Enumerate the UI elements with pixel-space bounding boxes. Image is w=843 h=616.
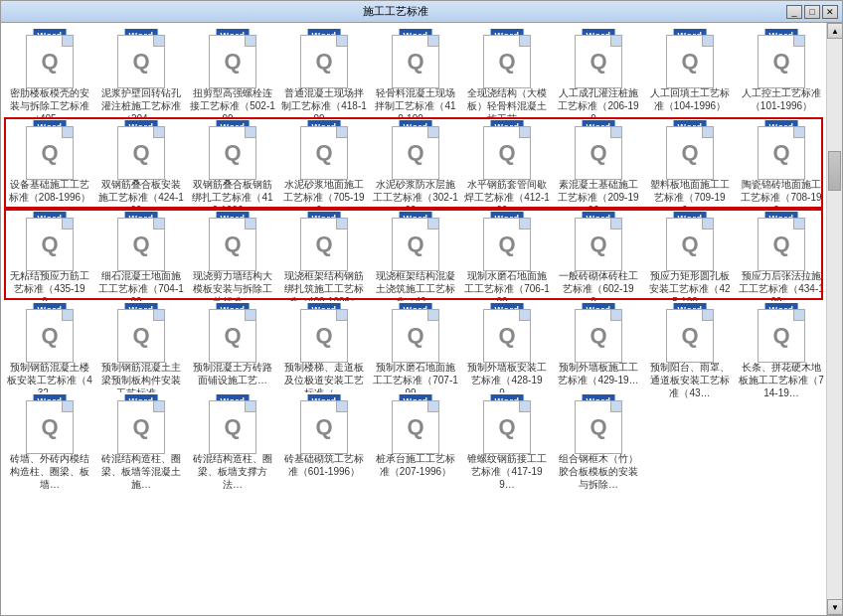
q-icon: Q xyxy=(681,325,698,347)
file-icon-wrap: Word Q xyxy=(475,120,539,176)
scrollbar-thumb[interactable] xyxy=(828,151,841,191)
file-doc-icon: Q xyxy=(26,400,74,454)
scrollbar-track[interactable] xyxy=(827,39,842,599)
file-doc-icon: Q xyxy=(666,218,714,271)
file-doc-icon: Q xyxy=(666,126,714,180)
file-item-0-2[interactable]: Word Q 扭剪型高强螺栓连接工艺标准（502-199… xyxy=(188,27,277,116)
file-doc-icon: Q xyxy=(392,400,439,454)
file-icon-wrap: Word Q xyxy=(292,29,356,84)
close-button[interactable]: ✕ xyxy=(822,5,838,19)
file-icon-wrap: Word Q xyxy=(750,120,813,176)
minimize-button[interactable]: _ xyxy=(786,5,802,19)
q-icon: Q xyxy=(132,233,149,255)
file-item-4-3[interactable]: Word Q 砖基础砌筑工艺标准（601-1996） xyxy=(279,392,369,482)
file-icon-wrap: Word Q xyxy=(109,303,173,359)
file-item-3-0[interactable]: Word Q 预制钢筋混凝土楼板安装工艺标准（432-… xyxy=(5,301,94,390)
file-item-4-4[interactable]: Word Q 桩承台施工工艺标准（207-1996） xyxy=(371,392,460,482)
file-doc-icon: Q xyxy=(758,126,805,180)
file-doc-icon: Q xyxy=(575,400,622,454)
q-icon: Q xyxy=(41,416,58,438)
file-doc-icon: Q xyxy=(575,218,622,271)
file-name: 长条、拼花硬木地板施工工艺标准（714-19… xyxy=(739,361,824,399)
file-item-0-5[interactable]: Word Q 全现浇结构（大模板）轻骨料混凝土施工艺… xyxy=(462,27,552,116)
q-icon: Q xyxy=(315,142,332,164)
file-item-1-6[interactable]: Word Q 素混凝土基础施工工艺标准（209-1996） xyxy=(554,118,643,208)
file-icon-wrap: Word Q xyxy=(384,29,447,84)
file-doc-icon: Q xyxy=(483,309,531,363)
file-doc-icon: Q xyxy=(483,218,531,271)
file-item-2-0[interactable]: Word Q 无粘结预应力筋工艺标准（435-199… xyxy=(5,210,94,299)
file-name: 组合钢框木（竹）胶合板模板的安装与拆除… xyxy=(556,452,641,491)
file-item-3-5[interactable]: Word Q 预制外墙板安装工艺标准（428-199… xyxy=(462,301,552,390)
file-doc-icon: Q xyxy=(483,126,531,180)
file-icon-wrap: Word Q xyxy=(201,394,264,450)
file-item-2-1[interactable]: Word Q 细石混凝土地面施工工艺标准（704-199… xyxy=(96,210,186,299)
file-doc-icon: Q xyxy=(117,35,165,88)
file-item-2-2[interactable]: Word Q 现浇剪力墙结构大模板安装与拆除工艺标准… xyxy=(188,210,277,299)
scroll-up-button[interactable]: ▲ xyxy=(827,23,842,39)
q-icon: Q xyxy=(315,233,332,255)
file-item-4-2[interactable]: Word Q 砖混结构造柱、圈梁、板墙支撑方法… xyxy=(188,392,277,482)
q-icon: Q xyxy=(681,51,698,73)
file-item-0-0[interactable]: Word Q 密肋楼板模壳的安装与拆除工艺标准（405-… xyxy=(5,27,94,116)
scrollbar: ▲ ▼ xyxy=(826,23,842,615)
file-item-1-7[interactable]: Word Q 塑料板地面施工工艺标准（709-199… xyxy=(645,118,735,208)
file-item-0-1[interactable]: Word Q 泥浆护壁回转钻孔灌注桩施工艺标准（204-… xyxy=(96,27,186,116)
file-icon-wrap: Word Q xyxy=(475,29,539,84)
file-doc-icon: Q xyxy=(392,35,439,88)
file-item-4-0[interactable]: Word Q 砖墙、外砖内模结构造柱、圈梁、板墙… xyxy=(5,392,94,482)
file-item-2-6[interactable]: Word Q 一般砖砌体砖柱工艺标准（602-199… xyxy=(554,210,643,299)
file-item-1-0[interactable]: Word Q 设备基础施工工艺标准（208-1996） xyxy=(5,118,94,208)
file-icon-wrap: Word Q xyxy=(18,29,82,84)
q-icon: Q xyxy=(590,233,606,255)
file-item-0-3[interactable]: Word Q 普通混凝土现场拌制工艺标准（418-199… xyxy=(279,27,369,116)
file-doc-icon: Q xyxy=(758,35,805,88)
file-icon-wrap: Word Q xyxy=(658,212,722,267)
file-name: 锥螺纹钢筋接工工艺标准（417-199… xyxy=(464,452,550,491)
file-item-3-1[interactable]: Word Q 预制钢筋混凝土主梁预制板构件安装工艺标准… xyxy=(96,301,186,390)
file-item-3-3[interactable]: Word Q 预制楼梯、走道板及位极道安装工艺标准（… xyxy=(279,301,369,390)
file-item-0-8[interactable]: Word Q 人工控土工艺标准（101-1996） xyxy=(737,27,826,116)
file-item-1-5[interactable]: Word Q 水平钢筋套管间歇焊工艺标准（412-199… xyxy=(462,118,552,208)
file-item-3-2[interactable]: Word Q 预制混凝土方砖路面铺设施工艺… xyxy=(188,301,277,390)
q-icon: Q xyxy=(132,51,149,73)
file-item-0-7[interactable]: Word Q 人工回填土工艺标准（104-1996） xyxy=(645,27,735,116)
file-icon-wrap: Word Q xyxy=(109,394,173,450)
file-item-0-6[interactable]: Word Q 人工成孔灌注桩施工艺标准（206-199… xyxy=(554,27,643,116)
file-name: 砖混结构造柱、圈梁、板墙等混凝土施… xyxy=(98,452,184,491)
file-item-3-8[interactable]: Word Q 长条、拼花硬木地板施工工艺标准（714-19… xyxy=(737,301,826,390)
file-item-3-4[interactable]: Word Q 预制水磨石地面施工工艺标准（707-199… xyxy=(371,301,460,390)
file-item-2-7[interactable]: Word Q 预应力矩形圆孔板安装工艺标准（425-199… xyxy=(645,210,735,299)
q-icon: Q xyxy=(315,416,332,438)
file-icon-wrap: Word Q xyxy=(18,212,82,267)
q-icon: Q xyxy=(772,325,789,347)
maximize-button[interactable]: □ xyxy=(804,5,820,19)
file-item-4-5[interactable]: Word Q 锥螺纹钢筋接工工艺标准（417-199… xyxy=(462,392,552,482)
file-item-2-4[interactable]: Word Q 现浇框架结构混凝土浇筑施工工艺标准（42… xyxy=(371,210,460,299)
file-icon-wrap: Word Q xyxy=(567,303,630,359)
file-item-2-3[interactable]: Word Q 现浇框架结构钢筋绑扎筑施工工艺标准（409-1996） xyxy=(279,210,369,299)
scroll-down-button[interactable]: ▼ xyxy=(827,599,842,615)
file-item-1-8[interactable]: Word Q 陶瓷锦砖地面施工工艺标准（708-199… xyxy=(737,118,826,208)
file-item-4-1[interactable]: Word Q 砖混结构造柱、圈梁、板墙等混凝土施… xyxy=(96,392,186,482)
file-item-1-4[interactable]: Word Q 水泥砂浆防水层施工工艺标准（302-199… xyxy=(371,118,460,208)
q-icon: Q xyxy=(498,142,515,164)
file-doc-icon: Q xyxy=(117,309,165,363)
file-item-3-7[interactable]: Word Q 预制阳台、雨罩、通道板安装工艺标准（43… xyxy=(645,301,735,390)
file-grid[interactable]: Word Q 密肋楼板模壳的安装与拆除工艺标准（405-… Word Q 泥浆护… xyxy=(1,23,826,615)
file-item-1-1[interactable]: Word Q 双钢筋叠合板安装施工艺标准（424-199… xyxy=(96,118,186,208)
file-icon-wrap: Word Q xyxy=(658,303,722,359)
file-item-0-4[interactable]: Word Q 轻骨料混凝土现场拌制工艺标准（419-199… xyxy=(371,27,460,116)
q-icon: Q xyxy=(498,416,515,438)
file-item-2-8[interactable]: Word Q 预应力后张法拉施工工艺标准（434-199… xyxy=(737,210,826,299)
file-doc-icon: Q xyxy=(575,309,622,363)
file-item-2-5[interactable]: Word Q 现制水磨石地面施工工艺标准（706-199… xyxy=(462,210,552,299)
file-item-1-2[interactable]: Word Q 双钢筋叠合板钢筋绑扎工艺标准（410-1996） xyxy=(188,118,277,208)
file-item-1-3[interactable]: Word Q 水泥砂浆地面施工工艺标准（705-199… xyxy=(279,118,369,208)
file-item-4-6[interactable]: Word Q 组合钢框木（竹）胶合板模板的安装与拆除… xyxy=(554,392,643,482)
file-doc-icon: Q xyxy=(392,126,439,180)
q-icon: Q xyxy=(590,325,606,347)
file-item-3-6[interactable]: Word Q 预制外墙板施工工艺标准（429-19… xyxy=(554,301,643,390)
q-icon: Q xyxy=(590,51,606,73)
file-icon-wrap: Word Q xyxy=(201,29,264,84)
